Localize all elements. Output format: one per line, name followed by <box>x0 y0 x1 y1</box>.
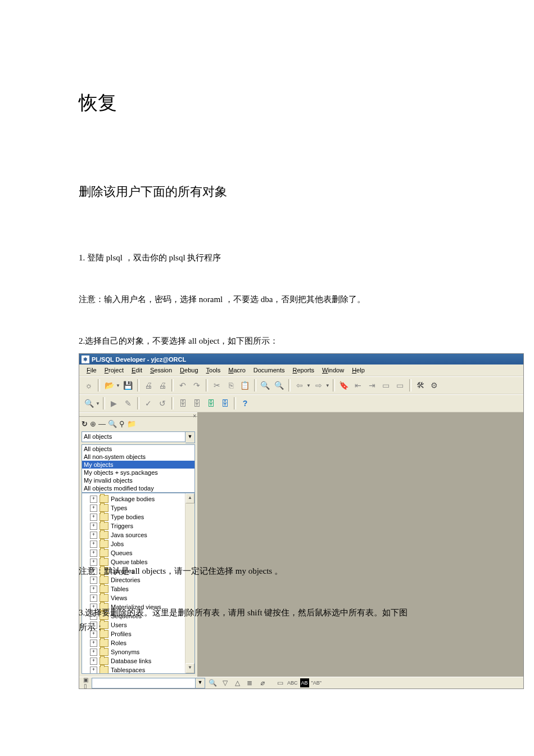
scroll-up-icon[interactable]: ▲ <box>185 493 194 503</box>
db-icon-2[interactable]: 🗄 <box>191 397 203 410</box>
tree-item[interactable]: +Roles <box>82 638 194 647</box>
status-combo-dropdown-icon[interactable]: ▼ <box>195 678 205 688</box>
logon-icon[interactable]: ☼ <box>83 379 95 392</box>
bookmark-icon[interactable]: 🔖 <box>338 379 350 392</box>
dropdown-option[interactable]: All objects <box>82 445 194 453</box>
dropdown-option[interactable]: My objects + sys.packages <box>82 469 194 476</box>
ab-box-label[interactable]: AB <box>300 678 309 687</box>
break-icon[interactable]: ✎ <box>122 397 134 410</box>
tree-expander-icon[interactable]: + <box>90 541 97 548</box>
tree-item[interactable]: +Package bodies <box>82 494 194 503</box>
collapse-icon[interactable]: — <box>98 420 106 428</box>
tree-item[interactable]: +Directories <box>82 575 194 584</box>
menu-macro[interactable]: Macro <box>224 366 250 375</box>
folder-nav-icon[interactable]: 📁 <box>127 420 136 428</box>
nav-back-icon[interactable]: ⇦ <box>293 379 306 392</box>
help-icon[interactable]: ? <box>239 397 251 410</box>
pane-close-icon[interactable]: × <box>193 413 196 419</box>
status-toggle-icon[interactable]: ▣▯ <box>82 677 89 689</box>
tree-expander-icon[interactable]: + <box>90 595 97 602</box>
paste-icon[interactable]: 📋 <box>239 379 251 392</box>
refresh-icon[interactable]: ↻ <box>82 420 88 428</box>
tree-expander-icon[interactable]: + <box>90 658 97 665</box>
object-filter-dropdown-icon[interactable]: ▼ <box>185 431 195 443</box>
open-icon[interactable]: 📂 <box>103 379 115 392</box>
nav-fwd-icon[interactable]: ⇨ <box>313 379 325 392</box>
tree-expander-icon[interactable]: + <box>90 505 97 512</box>
tree-item[interactable]: +Queues <box>82 548 194 557</box>
tree-item[interactable]: +Queue tables <box>82 557 194 566</box>
tree-item[interactable]: +Type bodies <box>82 512 194 521</box>
tree-expander-icon[interactable]: + <box>90 532 97 539</box>
print-icon[interactable]: 🖨 <box>142 379 155 392</box>
tree-expander-icon[interactable]: + <box>90 496 97 503</box>
find-icon[interactable]: 🔍 <box>259 379 271 392</box>
menu-edit[interactable]: Edit <box>128 366 146 375</box>
down-triangle-icon[interactable]: ▽ <box>220 678 230 687</box>
tree-item[interactable]: +Triggers <box>82 521 194 530</box>
print-preview-icon[interactable]: 🖨 <box>156 379 169 392</box>
tools-icon[interactable]: 🛠 <box>414 379 427 392</box>
tree-expander-icon[interactable]: + <box>90 667 97 674</box>
dropdown-option[interactable]: All non-system objects <box>82 453 194 461</box>
dropdown-option[interactable]: All objects modified today <box>82 484 194 492</box>
zoom-icon[interactable]: 🔍 <box>83 397 95 410</box>
tree-item[interactable]: +Types <box>82 503 194 512</box>
tree-expander-icon[interactable]: + <box>90 586 97 593</box>
commit-icon[interactable]: ✓ <box>142 397 155 410</box>
tree-expander-icon[interactable]: + <box>90 523 97 530</box>
case-box-icon[interactable]: ▭ <box>275 678 285 687</box>
tree-expander-icon[interactable]: + <box>90 514 97 521</box>
dropdown-option[interactable]: My objects <box>82 461 194 469</box>
tree-expander-icon[interactable]: + <box>90 559 97 566</box>
execute-icon[interactable]: ▶ <box>108 397 120 410</box>
db-icon-4[interactable]: 🗄 <box>219 397 231 410</box>
menu-debug[interactable]: Debug <box>176 366 202 375</box>
status-combo[interactable]: ▼ <box>92 678 205 688</box>
up-triangle-icon[interactable]: △ <box>232 678 242 687</box>
scroll-down-icon[interactable]: ▼ <box>185 663 194 673</box>
undo-icon[interactable]: ↶ <box>177 379 189 392</box>
replace-icon[interactable]: 🔍 <box>273 379 286 392</box>
nav-back-dropdown-icon[interactable]: ▼ <box>306 383 311 388</box>
tree-expander-icon[interactable]: + <box>90 649 97 656</box>
menu-help[interactable]: Help <box>348 366 369 375</box>
tree-item[interactable]: +Database links <box>82 656 194 665</box>
menu-file[interactable]: File <box>83 366 101 375</box>
menu-reports[interactable]: Reports <box>288 366 318 375</box>
tree-item[interactable]: +Views <box>82 593 194 602</box>
dropdown-option[interactable]: My invalid objects <box>82 476 194 484</box>
zoom-dropdown-icon[interactable]: ▼ <box>96 401 100 406</box>
ab-quoted-label[interactable]: "AB" <box>311 678 322 687</box>
tree-item[interactable]: +Tablespaces <box>82 665 194 674</box>
object-tree[interactable]: +Package bodies+Types+Type bodies+Trigge… <box>82 493 195 674</box>
options-icon[interactable]: ⚙ <box>428 379 441 392</box>
nav-fwd-dropdown-icon[interactable]: ▼ <box>325 383 330 388</box>
menu-project[interactable]: Project <box>101 366 128 375</box>
indent-left-icon[interactable]: ⇤ <box>352 379 364 392</box>
cut-icon[interactable]: ✂ <box>211 379 223 392</box>
abc-label[interactable]: ABC <box>287 678 298 687</box>
tree-scrollbar[interactable]: ▲ ▼ <box>185 493 194 673</box>
db-icon-3[interactable]: 🗄 <box>205 397 217 410</box>
find-object-icon[interactable]: 🔍 <box>108 420 117 428</box>
tree-item[interactable]: +Synonyms <box>82 647 194 656</box>
tree-item[interactable]: +Tables <box>82 584 194 593</box>
comment-icon[interactable]: ▭ <box>380 379 392 392</box>
expand-icon[interactable]: ⊕ <box>90 420 96 428</box>
list-icon[interactable]: ≣ <box>245 678 255 687</box>
filter-icon[interactable]: ⚲ <box>119 420 125 428</box>
save-icon[interactable]: 💾 <box>122 379 134 392</box>
find-bar-icon[interactable]: 🔍 <box>207 678 218 687</box>
db-icon-1[interactable]: 🗄 <box>177 397 189 410</box>
clear-icon[interactable]: ⌀ <box>257 678 267 687</box>
menu-documents[interactable]: Documents <box>250 366 289 375</box>
tree-item[interactable]: +Jobs <box>82 539 194 548</box>
indent-right-icon[interactable]: ⇥ <box>366 379 378 392</box>
redo-icon[interactable]: ↷ <box>191 379 203 392</box>
menu-tools[interactable]: Tools <box>202 366 225 375</box>
uncomment-icon[interactable]: ▭ <box>394 379 406 392</box>
copy-icon[interactable]: ⎘ <box>225 379 237 392</box>
tree-expander-icon[interactable]: + <box>90 550 97 557</box>
menu-session[interactable]: Session <box>146 366 176 375</box>
